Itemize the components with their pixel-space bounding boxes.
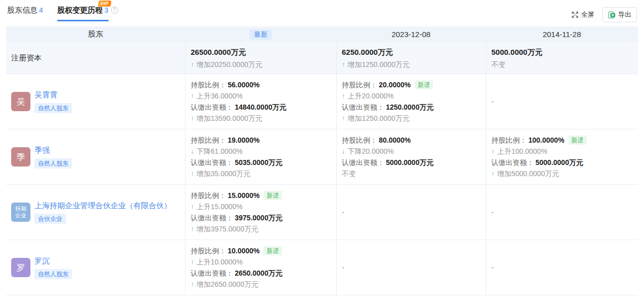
ratio-value: 100.0000%: [528, 135, 564, 146]
up-arrow-icon: ↑: [191, 60, 194, 69]
ratio-change-line: ↓下降20.0000%: [342, 146, 481, 157]
amount-line: 认缴出资额：3975.0000万元: [191, 212, 331, 223]
shareholder-name-link[interactable]: 上海持期企业管理合伙企业（有限合伙）: [34, 201, 171, 211]
ratio-label: 持股比例：: [491, 135, 527, 146]
amount-label: 认缴出资额：: [342, 102, 384, 113]
tab-equity-change-history[interactable]: VIP 股权变更历程3?: [57, 6, 118, 21]
amount-line: 认缴出资额：2650.0000万元: [191, 268, 331, 279]
amount-value: 1250.0000万元: [386, 102, 434, 113]
header-date-2023: 2023-12-08: [336, 30, 486, 39]
capital-change: ↑增加1250.0000万元: [342, 60, 481, 69]
amount-value: 2650.0000万元: [235, 268, 282, 279]
amount-change-line: ↑增加13590.0000万元: [191, 113, 331, 124]
ratio-value: 19.0000%: [228, 135, 260, 146]
ratio-value: 80.0000%: [379, 135, 411, 146]
tab-shareholder-info[interactable]: 股东信息4: [7, 6, 43, 20]
fullscreen-button[interactable]: 全屏: [571, 10, 594, 19]
registered-capital-row: 注册资本 26500.0000万元 ↑增加20250.0000万元 6250.0…: [6, 42, 638, 74]
amount-label: 认缴出资额：: [191, 157, 233, 168]
amount-label: 认缴出资额：: [191, 268, 233, 279]
amount-change-line: ↑增加5000.0000万元: [491, 168, 633, 179]
table-row: 罗罗沉自然人股东持股比例：10.0000%新进↑上升10.0000%认缴出资额：…: [6, 240, 638, 295]
shareholder-cell: 罗罗沉自然人股东: [6, 240, 185, 295]
amount-change-line: ↑增加3975.0000万元: [191, 223, 331, 235]
registered-capital-label: 注册资本: [6, 42, 185, 74]
capital-cell-2014: 5000.0000万元 不变: [486, 42, 638, 74]
amount-change-line: ↑增加2650.0000万元: [191, 279, 331, 290]
down-arrow-icon: ↓: [191, 146, 194, 157]
ratio-value: 20.0000%: [379, 79, 411, 90]
amount-line: 认缴出资额：14840.0000万元: [191, 102, 331, 113]
ratio-label: 持股比例：: [342, 79, 377, 90]
amount-value: 14840.0000万元: [235, 102, 287, 113]
holding-cell-latest: 持股比例：10.0000%新进↑上升10.0000%认缴出资额：2650.000…: [185, 240, 336, 295]
vip-badge: VIP: [98, 1, 112, 7]
shareholder-type-tag: 合伙企业: [34, 214, 66, 224]
up-arrow-icon: ↑: [191, 256, 194, 268]
ratio-line: 持股比例：19.0000%: [191, 135, 331, 146]
shareholder-type-tag: 自然人股东: [34, 103, 72, 113]
table-row: 吴吴霄霄自然人股东持股比例：56.0000%↑上升36.0000%认缴出资额：1…: [6, 74, 638, 129]
holding-cell-2023: 持股比例：80.0000%↓下降20.0000%认缴出资额：5000.0000万…: [336, 129, 486, 184]
shareholder-name-link[interactable]: 季强: [34, 145, 50, 155]
export-button[interactable]: 导出: [602, 7, 637, 22]
ratio-change-line: ↑上升100.0000%: [491, 146, 633, 157]
amount-line: 认缴出资额：5000.0000万元: [342, 157, 481, 168]
shareholder-info: 上海持期企业管理合伙企业（有限合伙）合伙企业: [34, 201, 171, 224]
shareholder-avatar: 季: [11, 147, 30, 166]
ratio-line: 持股比例：56.0000%: [191, 79, 331, 90]
expand-icon: [571, 11, 579, 18]
header-shareholder: 股东: [6, 29, 185, 39]
question-circle-icon[interactable]: ?: [111, 7, 118, 14]
amount-value: 5035.0000万元: [235, 157, 282, 168]
holding-cell-2023: -: [336, 240, 486, 295]
ratio-change-text: 上升100.0000%: [497, 146, 548, 157]
toolbar-actions: 全屏 导出: [571, 6, 637, 22]
holding-cell-2014: 持股比例：100.0000%新进↑上升100.0000%认缴出资额：5000.0…: [486, 129, 638, 184]
holding-cell-2014: -: [486, 185, 638, 240]
up-arrow-icon: ↑: [491, 168, 495, 179]
up-arrow-icon: ↑: [191, 113, 194, 124]
holding-cell-2023: 持股比例：20.0000%新进↑上升20.0000%认缴出资额：1250.000…: [336, 74, 486, 129]
table-row: 季季强自然人股东持股比例：19.0000%↓下降61.0000%认缴出资额：50…: [6, 129, 638, 185]
amount-change-text: 增加5000.0000万元: [497, 168, 559, 179]
up-arrow-icon: ↑: [342, 90, 345, 102]
tab-count: 3: [104, 6, 109, 14]
amount-value: 3975.0000万元: [235, 212, 282, 223]
shareholder-avatar: 吴: [11, 92, 30, 111]
ratio-change-line: ↑上升10.0000%: [191, 256, 331, 268]
ratio-change-line: ↑上升20.0000%: [342, 90, 481, 102]
capital-value: 26500.0000万元: [191, 47, 331, 57]
shareholder-name-link[interactable]: 吴霄霄: [34, 90, 57, 100]
up-arrow-icon: ↑: [491, 146, 495, 157]
ratio-change-text: 下降20.0000%: [348, 146, 394, 157]
capital-cell-2023: 6250.0000万元 ↑增加1250.0000万元: [336, 42, 486, 74]
ratio-change-text: 下降61.0000%: [197, 146, 243, 157]
tab-bar: 股东信息4 VIP 股权变更历程3?: [7, 6, 118, 21]
ratio-change-text: 上升10.0000%: [197, 256, 243, 268]
capital-value: 5000.0000万元: [491, 47, 633, 57]
shareholder-cell: 季季强自然人股东: [6, 129, 185, 184]
shareholder-name-link[interactable]: 罗沉: [34, 256, 50, 266]
ratio-line: 持股比例：100.0000%新进: [491, 135, 633, 146]
capital-change-text: 增加1250.0000万元: [348, 60, 410, 69]
up-arrow-icon: ↑: [191, 223, 194, 235]
shareholder-avatar: 罗: [11, 258, 30, 277]
amount-label: 认缴出资额：: [191, 212, 233, 223]
up-arrow-icon: ↑: [191, 201, 194, 212]
ratio-change-text: 上升20.0000%: [348, 90, 394, 102]
fullscreen-label: 全屏: [581, 10, 594, 19]
amount-label: 认缴出资额：: [491, 157, 534, 168]
excel-icon: [608, 11, 616, 19]
ratio-label: 持股比例：: [191, 79, 226, 90]
shareholder-type-tag: 自然人股东: [34, 158, 72, 169]
amount-change-text: 增加3975.0000万元: [197, 223, 259, 235]
ratio-label: 持股比例：: [191, 245, 226, 256]
shareholder-type-tag: 自然人股东: [34, 269, 72, 279]
ratio-change-line: ↑上升15.0000%: [191, 201, 331, 212]
shareholder-cell: 吴吴霄霄自然人股东: [6, 74, 185, 129]
tab-label: 股权变更历程: [57, 6, 103, 14]
amount-change-text: 增加2650.0000万元: [197, 279, 259, 290]
amount-change-line: ↑增加1250.0000万元: [342, 113, 481, 124]
amount-value: 5000.0000万元: [535, 157, 583, 168]
